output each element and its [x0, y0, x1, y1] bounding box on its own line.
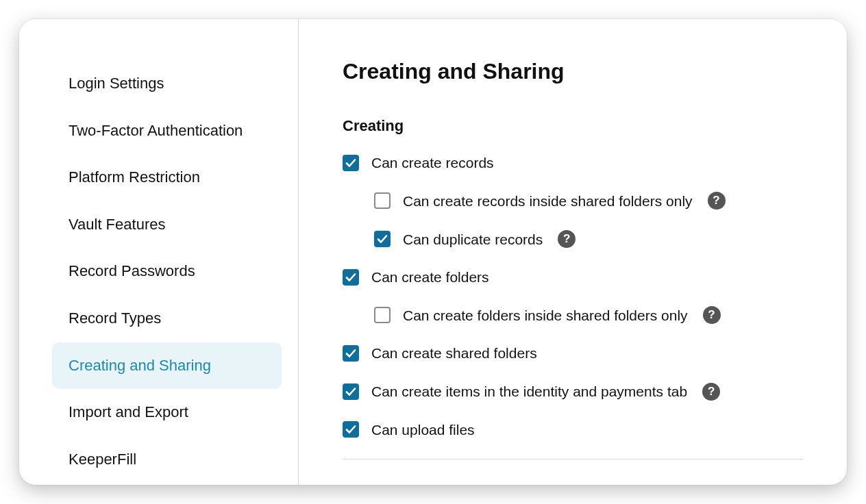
- settings-main: Creating and Sharing Creating Can create…: [299, 19, 847, 485]
- option-label: Can create records: [371, 154, 494, 171]
- sidebar-item-label: Creating and Sharing: [69, 357, 211, 374]
- page-title: Creating and Sharing: [343, 59, 803, 84]
- help-icon[interactable]: ?: [708, 192, 726, 210]
- sidebar-item-label: Record Types: [69, 310, 161, 327]
- help-icon[interactable]: ?: [558, 230, 576, 248]
- sidebar-item-label: KeeperFill: [69, 451, 136, 468]
- checkbox[interactable]: [374, 192, 391, 209]
- checkbox[interactable]: [343, 269, 359, 286]
- checkbox[interactable]: [343, 155, 359, 171]
- checkbox[interactable]: [374, 231, 391, 247]
- sidebar-item[interactable]: Two-Factor Authentication: [52, 108, 282, 155]
- sidebar-item[interactable]: Import and Export: [52, 389, 282, 436]
- option-row: Can create shared folders: [343, 344, 803, 362]
- section-divider: [343, 459, 803, 459]
- option-row: Can duplicate records?: [374, 230, 803, 248]
- option-row: Can create items in the identity and pay…: [343, 383, 803, 401]
- sidebar-item[interactable]: Creating and Sharing: [52, 342, 282, 390]
- option-row: Can create records: [343, 154, 803, 171]
- option-label: Can upload files: [371, 421, 475, 438]
- settings-panel: Login SettingsTwo-Factor AuthenticationP…: [19, 19, 847, 485]
- sidebar-item[interactable]: Login Settings: [52, 60, 282, 108]
- help-icon[interactable]: ?: [703, 306, 721, 324]
- option-label: Can create shared folders: [371, 344, 537, 362]
- sidebar-item[interactable]: Platform Restriction: [52, 154, 282, 201]
- sidebar-item[interactable]: Record Passwords: [52, 248, 282, 295]
- sidebar-item-label: Import and Export: [69, 403, 188, 420]
- sidebar-item-label: Vault Features: [69, 216, 165, 233]
- option-row: Can create folders inside shared folders…: [374, 306, 803, 324]
- help-icon[interactable]: ?: [702, 383, 720, 401]
- checkbox[interactable]: [374, 307, 391, 323]
- option-label: Can create records inside shared folders…: [403, 192, 693, 210]
- sidebar-item-label: Login Settings: [69, 75, 164, 92]
- option-row: Can upload files: [343, 421, 803, 438]
- option-row: Can create folders: [343, 268, 803, 286]
- sidebar-item-label: Record Passwords: [69, 262, 195, 279]
- option-label: Can create folders inside shared folders…: [403, 307, 688, 324]
- checkbox[interactable]: [343, 345, 359, 362]
- settings-sidebar: Login SettingsTwo-Factor AuthenticationP…: [19, 19, 299, 485]
- options-list: Can create recordsCan create records ins…: [343, 154, 803, 438]
- option-label: Can duplicate records: [403, 231, 543, 248]
- checkbox[interactable]: [343, 383, 359, 400]
- sidebar-item[interactable]: Vault Features: [52, 201, 282, 249]
- sidebar-item[interactable]: Record Types: [52, 295, 282, 342]
- sidebar-item-label: Two-Factor Authentication: [69, 122, 243, 139]
- sidebar-item[interactable]: KeeperFill: [52, 436, 282, 483]
- section-heading-creating: Creating: [343, 117, 803, 135]
- option-label: Can create items in the identity and pay…: [371, 383, 687, 400]
- option-row: Can create records inside shared folders…: [374, 192, 803, 210]
- sidebar-item-label: Platform Restriction: [69, 168, 200, 186]
- checkbox[interactable]: [343, 421, 359, 438]
- option-label: Can create folders: [371, 268, 489, 286]
